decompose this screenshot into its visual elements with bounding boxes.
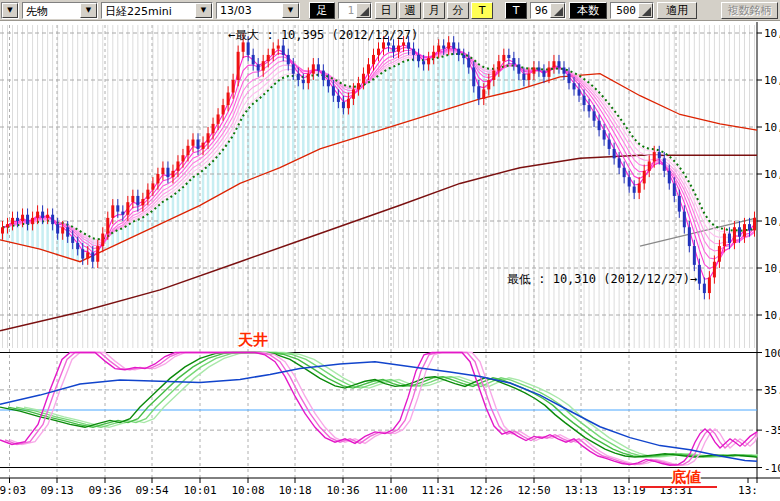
svg-text:10,320: 10,320 xyxy=(764,262,780,275)
svg-text:10,395: 10,395 xyxy=(764,27,780,40)
svg-text:13:13: 13:13 xyxy=(564,484,597,497)
toolbar: ▼ 先物 ▼ 日経225mini ▼ 13/03 ▼ 足 1 日 週 月 分 T… xyxy=(0,0,780,21)
chevron-down-icon[interactable]: ▼ xyxy=(282,3,299,18)
weekly-button[interactable]: 週 xyxy=(399,2,421,19)
tick-count-value: 96 xyxy=(531,3,550,18)
svg-text:10,350: 10,350 xyxy=(764,168,780,181)
svg-text:09:54: 09:54 xyxy=(135,484,168,497)
tick-count-stepper[interactable]: 96 xyxy=(530,2,566,19)
svg-text:09:13: 09:13 xyxy=(40,484,73,497)
interval-stepper[interactable]: 1 xyxy=(338,2,372,19)
svg-text:10:36: 10:36 xyxy=(326,484,359,497)
bottom-annotation: 底値 xyxy=(671,468,701,487)
svg-text:11:00: 11:00 xyxy=(374,484,407,497)
svg-text:10:18: 10:18 xyxy=(278,484,311,497)
chart-canvas[interactable]: 10,39510,38010,36510,35010,33510,32010,3… xyxy=(0,21,780,501)
svg-text:10:08: 10:08 xyxy=(231,484,264,497)
svg-text:10:01: 10:01 xyxy=(183,484,216,497)
chevron-down-icon[interactable]: ▼ xyxy=(195,3,212,18)
svg-text:-35.00: -35.00 xyxy=(764,424,780,437)
chevron-down-icon[interactable]: ▼ xyxy=(80,3,97,18)
svg-text:10,365: 10,365 xyxy=(764,121,780,134)
svg-text:11:31: 11:31 xyxy=(421,484,454,497)
svg-text:10,380: 10,380 xyxy=(764,74,780,87)
svg-text:13:: 13: xyxy=(738,484,758,497)
contract-month-select[interactable]: 13/03 ▼ xyxy=(216,2,300,19)
apply-button[interactable]: 適用 xyxy=(657,2,697,19)
chevron-down-icon[interactable]: ▼ xyxy=(2,3,18,18)
max-price-annotation: ←最大 : 10,395 (2012/12/27) xyxy=(228,27,418,44)
svg-text:-100.0: -100.0 xyxy=(764,462,780,475)
svg-text:09:36: 09:36 xyxy=(88,484,121,497)
minute-button[interactable]: 分 xyxy=(447,2,469,19)
tick-label: T xyxy=(505,2,527,19)
min-price-annotation: 最低 : 10,310 (2012/12/27)→ xyxy=(507,271,697,288)
symbol-select[interactable]: 日経225mini ▼ xyxy=(101,2,213,19)
mini-dropdown[interactable]: ▼ xyxy=(1,2,19,19)
bar-type-button[interactable]: 足 xyxy=(309,2,335,19)
bar-count-stepper[interactable]: 500 xyxy=(610,2,654,19)
instrument-type-select[interactable]: 先物 ▼ xyxy=(22,2,98,19)
bar-count-value: 500 xyxy=(611,3,638,18)
spinner-icon[interactable] xyxy=(356,3,371,18)
tick-mode-button[interactable]: T xyxy=(471,2,493,19)
daily-button[interactable]: 日 xyxy=(375,2,397,19)
svg-text:10,335: 10,335 xyxy=(764,215,780,228)
bar-count-label: 本数 xyxy=(569,2,607,19)
svg-text:09:03: 09:03 xyxy=(0,484,26,497)
spinner-icon[interactable] xyxy=(638,3,653,18)
svg-text:10,305: 10,305 xyxy=(764,309,780,322)
svg-text:100.00: 100.00 xyxy=(764,347,780,360)
multi-symbol-button[interactable]: 複数銘柄 xyxy=(721,2,778,19)
spinner-icon[interactable] xyxy=(550,3,565,18)
ceiling-annotation: 天井 xyxy=(238,331,268,350)
svg-text:12:26: 12:26 xyxy=(469,484,502,497)
bottom-annotation-underline xyxy=(640,486,717,488)
chart-application-window: ▼ 先物 ▼ 日経225mini ▼ 13/03 ▼ 足 1 日 週 月 分 T… xyxy=(0,0,780,501)
interval-value: 1 xyxy=(339,3,356,18)
svg-text:12:50: 12:50 xyxy=(517,484,550,497)
contract-month-value: 13/03 xyxy=(217,3,282,18)
symbol-value: 日経225mini xyxy=(102,3,195,18)
monthly-button[interactable]: 月 xyxy=(423,2,445,19)
instrument-type-value: 先物 xyxy=(23,3,80,18)
svg-text:35.00: 35.00 xyxy=(764,384,780,397)
